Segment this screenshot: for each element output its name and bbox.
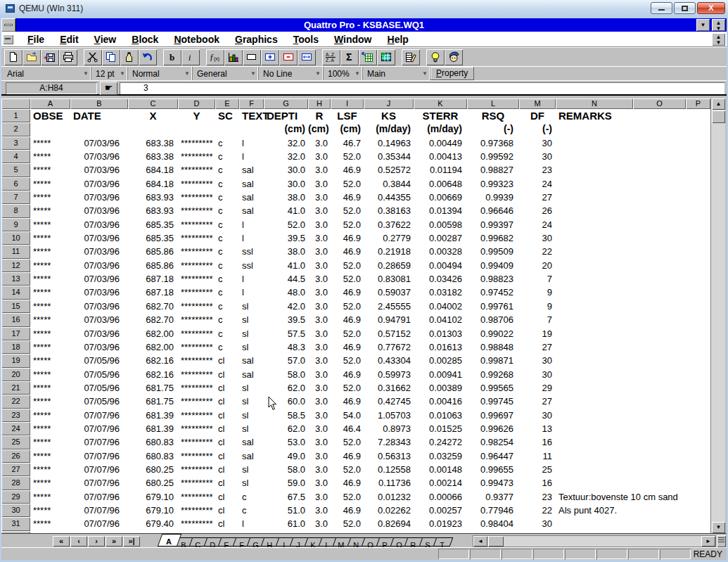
cell-K8[interactable]: 0.01394	[414, 204, 467, 217]
cell-A18[interactable]: *****	[30, 340, 70, 354]
cell-G31[interactable]: 61.0	[264, 517, 308, 530]
cell-G26[interactable]: 49.0	[264, 449, 308, 463]
column-header-F[interactable]: F	[239, 98, 264, 109]
cell-J13[interactable]: 0.83081	[364, 272, 414, 286]
menu-view[interactable]: View	[87, 32, 124, 47]
cell-K28[interactable]: 0.00214	[414, 476, 467, 490]
cell-D12[interactable]: *********	[178, 259, 215, 272]
cell-I13[interactable]: 52.0	[331, 272, 364, 286]
cell-I24[interactable]: 46.4	[331, 422, 364, 435]
cell-D14[interactable]: *********	[178, 286, 215, 299]
property-button[interactable]: Property	[430, 67, 474, 80]
cell-E26[interactable]: cl	[215, 449, 239, 463]
cell-M15[interactable]: 9	[519, 300, 556, 313]
cell-I7[interactable]: 46.9	[331, 191, 364, 204]
cell-A3[interactable]: *****	[30, 136, 70, 150]
cell-I3[interactable]: 46.7	[331, 136, 364, 150]
fit-block-button[interactable]	[298, 49, 316, 65]
scroll-down-icon[interactable]: ▼	[712, 522, 725, 533]
cell-A7[interactable]: *****	[30, 191, 70, 204]
cell-L26[interactable]: 0.96447	[467, 449, 519, 463]
cell-I26[interactable]: 46.9	[331, 449, 364, 463]
cell-H22[interactable]: 3.0	[308, 395, 331, 408]
cell-B21[interactable]: 07/05/96	[70, 381, 128, 395]
font-dropdown[interactable]: Arial▼	[3, 67, 91, 80]
cell-F14[interactable]: l	[239, 286, 264, 299]
cell-B3[interactable]: 07/03/96	[70, 136, 128, 150]
cell-B20[interactable]: 07/05/96	[70, 368, 128, 381]
cell-K10[interactable]: 0.00287	[414, 231, 467, 245]
row-header-23[interactable]: 23	[1, 409, 30, 422]
row-header-27[interactable]: 27	[1, 463, 30, 476]
paste-button[interactable]	[120, 49, 139, 65]
cell-J27[interactable]: 0.12558	[364, 463, 414, 476]
cell-B19[interactable]: 07/05/96	[70, 354, 128, 367]
chart-button[interactable]	[224, 49, 243, 65]
cell-I4[interactable]: 52.0	[331, 150, 364, 163]
cell-E31[interactable]: cl	[215, 517, 239, 530]
cell-K23[interactable]: 0.01063	[414, 409, 467, 422]
cell-L1[interactable]: RSQ	[467, 109, 519, 122]
cell-A25[interactable]: *****	[30, 435, 70, 449]
column-header-D[interactable]: D	[178, 98, 215, 109]
row-header-30[interactable]: 30	[1, 504, 30, 517]
cell-I10[interactable]: 46.9	[331, 231, 364, 245]
row-header-24[interactable]: 24	[1, 422, 30, 435]
horizontal-scrollbar[interactable]: ◄ ►	[473, 535, 716, 547]
cell-H11[interactable]: 3.0	[308, 245, 331, 258]
cell-A13[interactable]: *****	[30, 272, 70, 286]
cell-N20[interactable]	[556, 368, 633, 381]
doc-restore-button[interactable]: ▲▼	[712, 33, 725, 46]
cell-L27[interactable]: 0.99655	[467, 463, 519, 476]
cell-I20[interactable]: 46.9	[331, 368, 364, 381]
cell-E18[interactable]: c	[215, 340, 239, 354]
cell-N23[interactable]	[556, 409, 633, 422]
cell-L15[interactable]: 0.99761	[467, 300, 519, 313]
cell-M11[interactable]: 22	[519, 245, 556, 258]
data-table-button[interactable]	[359, 49, 377, 65]
row-header-13[interactable]: 13	[1, 272, 30, 286]
cell-C13[interactable]: 687.18	[128, 272, 178, 286]
menu-tools[interactable]: Tools	[286, 32, 326, 47]
cell-G17[interactable]: 57.5	[264, 327, 308, 340]
cell-K21[interactable]: 0.00389	[414, 381, 467, 395]
print-button[interactable]	[59, 49, 77, 65]
point-mode-button[interactable]: ☛	[100, 82, 117, 95]
cell-M30[interactable]: 22	[519, 504, 556, 517]
scroll-up-icon[interactable]: ▲	[712, 98, 725, 110]
cell-B30[interactable]: 07/07/96	[70, 504, 128, 517]
cell-L20[interactable]: 0.99268	[467, 368, 519, 381]
cell-E7[interactable]: c	[215, 191, 239, 204]
cell-I1[interactable]: LSF	[331, 109, 364, 122]
cell-E11[interactable]: c	[215, 245, 239, 258]
minimize-button[interactable]	[651, 2, 672, 14]
cell-G24[interactable]: 62.0	[264, 422, 308, 435]
cell-N14[interactable]	[556, 286, 633, 299]
cell-K22[interactable]: 0.00416	[414, 395, 467, 408]
cell-D27[interactable]: *********	[178, 463, 215, 476]
cell-J17[interactable]: 0.57152	[364, 327, 414, 340]
cell-G8[interactable]: 41.0	[264, 204, 308, 217]
cell-L8[interactable]: 0.96646	[467, 204, 519, 217]
cell-B9[interactable]: 07/03/96	[70, 218, 128, 231]
cell-H13[interactable]: 3.0	[308, 272, 331, 286]
cell-N19[interactable]	[556, 354, 633, 367]
cell-H12[interactable]: 3.0	[308, 259, 331, 272]
cell-L3[interactable]: 0.97368	[467, 136, 519, 150]
cell-G12[interactable]: 41.0	[264, 259, 308, 272]
cell-K27[interactable]: 0.00148	[414, 463, 467, 476]
cell-B12[interactable]: 07/03/96	[70, 259, 128, 272]
doc-control-menu[interactable]	[3, 34, 13, 44]
cell-B26[interactable]: 07/07/96	[70, 449, 128, 463]
column-header-G[interactable]: G	[264, 98, 308, 109]
cell-G3[interactable]: 32.0	[264, 136, 308, 150]
cell-F6[interactable]: sal	[239, 177, 264, 191]
cell-M19[interactable]: 30	[519, 354, 556, 367]
cell-F27[interactable]: sl	[239, 463, 264, 476]
column-header-B[interactable]: B	[70, 98, 128, 109]
menu-file[interactable]: File	[20, 32, 52, 47]
cell-K16[interactable]: 0.04102	[414, 313, 467, 326]
cell-A16[interactable]: *****	[30, 313, 70, 326]
undo-button[interactable]	[139, 49, 157, 65]
cell-G11[interactable]: 38.0	[264, 245, 308, 258]
